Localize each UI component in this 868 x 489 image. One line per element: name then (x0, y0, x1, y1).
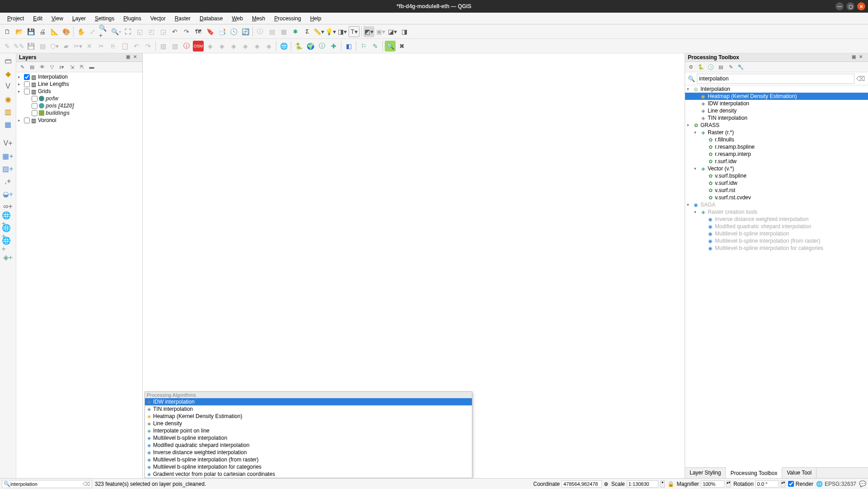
new-print-layout-icon[interactable]: 🖨 (37, 26, 48, 37)
heat2-icon[interactable]: ◈ (216, 41, 227, 52)
menu-help[interactable]: Help (306, 14, 326, 23)
zoom-next-icon[interactable]: ↷ (181, 26, 192, 37)
mesh-layer-icon[interactable]: ▨+ (2, 163, 14, 174)
toolbox-algorithm[interactable]: ✿v.surf.rst (685, 187, 868, 194)
statistics-icon[interactable]: ✱ (290, 26, 301, 37)
toolbox-algorithm[interactable]: ✿r.resamp.interp (685, 150, 868, 158)
toolbox-group[interactable]: ▾◉SAGA (685, 201, 868, 208)
new-bookmark-icon[interactable]: 🔖 (205, 26, 215, 37)
vertex-tool-icon[interactable]: ✂▾ (72, 41, 83, 52)
panel-close-icon[interactable]: ✕ (859, 54, 865, 61)
layer-visibility-icon[interactable]: 👁 (38, 63, 46, 71)
panel-float-icon[interactable]: ▣ (852, 54, 858, 61)
expand-arrow-icon[interactable]: ▾ (687, 202, 691, 207)
lock-scale-icon[interactable]: 🔒 (667, 481, 674, 487)
expand-arrow-icon[interactable]: ▾ (694, 210, 699, 214)
open-data-source-icon[interactable]: 🗃 (2, 55, 14, 67)
locator-result-item[interactable]: ◈Line density (145, 420, 472, 427)
sigma-icon[interactable]: Σ (302, 26, 313, 37)
render-checkbox[interactable] (788, 481, 794, 487)
temporal-icon[interactable]: 🕓 (228, 26, 239, 37)
scale-dropdown-icon[interactable]: ▾ (660, 480, 665, 488)
field-calc-icon[interactable]: ▦ (278, 26, 289, 37)
heat3-icon[interactable]: ◈ (228, 41, 239, 52)
new-virtual-icon[interactable]: ▥ (2, 106, 14, 118)
toolbox-edit-icon[interactable]: ✎ (727, 63, 735, 71)
menu-processing[interactable]: Processing (270, 14, 305, 23)
layer-visibility-checkbox[interactable] (32, 103, 37, 109)
panel-close-icon[interactable]: ✕ (133, 54, 140, 61)
heat5-icon[interactable]: ◈ (252, 41, 262, 52)
menu-mesh[interactable]: Mesh (247, 14, 270, 23)
panel-float-icon[interactable]: ▣ (126, 54, 132, 61)
menu-settings[interactable]: Settings (90, 14, 119, 23)
toolbox-group[interactable]: ▾◎Interpolation (685, 85, 868, 93)
layer-expand-icon[interactable]: ⇲ (68, 63, 76, 71)
copy-icon[interactable]: ⎘ (107, 41, 118, 52)
toolbox-algorithm[interactable]: ◉Multilevel b-spline interpolation (from… (685, 237, 868, 244)
label-icon[interactable]: ◧ (343, 41, 354, 52)
toolbox-tree[interactable]: ▾◎Interpolation◉Heatmap (Kernel Density … (685, 85, 868, 467)
expand-arrow-icon[interactable]: ▸ (18, 89, 23, 94)
expand-arrow-icon[interactable]: ▾ (694, 166, 699, 171)
toolbox-algorithm[interactable]: ◉Heatmap (Kernel Density Estimation) (685, 93, 868, 100)
add-point-icon[interactable]: ✚ (328, 41, 339, 52)
new-mesh-icon[interactable]: ▦ (2, 118, 14, 130)
layer-visibility-checkbox[interactable] (32, 96, 37, 102)
toolbox-options-icon[interactable]: 🔧 (737, 63, 745, 71)
layer-group[interactable]: ▸▥Line Lengths (16, 80, 142, 88)
locator-result-item[interactable]: ◈Heatmap (Kernel Density Estimation) (145, 413, 472, 420)
layer-style-icon[interactable]: ✎ (18, 63, 26, 71)
map-tips-icon[interactable]: 💡▾ (325, 26, 336, 37)
minimize-button[interactable]: — (835, 2, 844, 10)
layer-item[interactable]: pois [4120] (16, 102, 142, 109)
layer-group[interactable]: ▸▥Interpolation (16, 73, 142, 80)
toolbox-algorithm[interactable]: ✿v.surf.idw (685, 179, 868, 187)
menu-database[interactable]: Database (195, 14, 227, 23)
show-bookmarks-icon[interactable]: 📑 (216, 26, 227, 37)
menu-web[interactable]: Web (227, 14, 247, 23)
paste-icon[interactable]: 📋 (119, 41, 130, 52)
expand-arrow-icon[interactable]: ▸ (18, 82, 23, 86)
toolbox-algorithm[interactable]: ◈IDW interpolation (685, 100, 868, 107)
crs-value[interactable]: EPSG:32637 (825, 481, 856, 487)
layout-manager-icon[interactable]: 📐 (49, 26, 60, 37)
wcs-layer-icon[interactable]: 🌐+ (2, 239, 14, 250)
python-icon[interactable]: 🐍 (293, 41, 304, 52)
pan-selection-icon[interactable]: ⤢ (87, 26, 98, 37)
georef-icon[interactable]: ⚐ (358, 41, 369, 52)
locator-result-item[interactable]: ◈Interpolate point on line (145, 427, 472, 434)
menu-project[interactable]: Project (3, 14, 28, 23)
menu-view[interactable]: View (47, 14, 68, 23)
heat1-icon[interactable]: ◈ (205, 41, 215, 52)
add-polygon-icon[interactable]: ▰ (61, 41, 71, 52)
locator-result-item[interactable]: ◈Modified quadratic shepard interpolatio… (145, 442, 472, 449)
clear-locator-icon[interactable]: ⌫ (83, 481, 90, 487)
osm-info-icon[interactable]: ⓘ (181, 41, 192, 52)
new-geopackage-icon[interactable]: ◆ (2, 68, 14, 80)
toolbox-group[interactable]: ▾✿GRASS (685, 122, 868, 129)
messages-icon[interactable]: 💬 (859, 480, 866, 487)
new-project-icon[interactable]: 🗋 (2, 26, 13, 37)
open-project-icon[interactable]: 📂 (14, 26, 24, 37)
toolbox-algorithm[interactable]: ✿r.surf.idw (685, 158, 868, 165)
deselect-icon[interactable]: ◪▾ (387, 26, 398, 37)
locator-result-item[interactable]: ◈Multilevel b-spline interpolation (145, 434, 472, 442)
magnifier-stepper[interactable]: ▴▾ (726, 480, 731, 488)
toolbox-algorithm[interactable]: ◈TIN interpolation (685, 114, 868, 122)
toolbox-results-icon[interactable]: ▤ (717, 63, 725, 71)
style-manager-icon[interactable]: 🎨 (61, 26, 71, 37)
toolbox-algorithm[interactable]: ✿r.resamp.bspline (685, 143, 868, 150)
locator-search[interactable]: 🔍 ⌫ (2, 480, 92, 488)
layer-remove-icon[interactable]: ▬ (88, 63, 96, 71)
zoom-layer-icon[interactable]: ◰ (146, 26, 157, 37)
scale-input[interactable] (627, 480, 658, 488)
menu-plugins[interactable]: Plugins (119, 14, 145, 23)
select-all-icon[interactable]: ◨ (399, 26, 410, 37)
magnifier-input[interactable] (701, 480, 724, 488)
locator-result-item[interactable]: ◈IDW interpolation (145, 398, 472, 405)
layer-expression-icon[interactable]: ε▾ (58, 63, 66, 71)
cancel-process-icon[interactable]: ✖ (397, 41, 407, 52)
osm-badge-icon[interactable]: OSM (193, 41, 204, 52)
zoom-in-icon[interactable]: 🔍+ (99, 26, 110, 37)
